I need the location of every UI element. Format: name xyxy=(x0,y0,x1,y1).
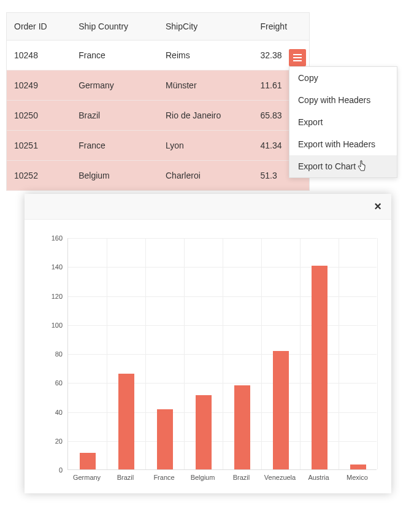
chart-modal-header: × xyxy=(25,194,391,220)
col-ship-city[interactable]: ShipCity xyxy=(158,13,253,40)
x-tick-label: Brazil xyxy=(117,474,134,481)
chart-body: 020406080100120140160 GermanyBrazilFranc… xyxy=(25,220,391,497)
gridline xyxy=(184,238,185,469)
y-tick-label: 0 xyxy=(59,466,63,474)
col-ship-country[interactable]: Ship Country xyxy=(71,13,158,40)
context-menu: CopyCopy with HeadersExportExport with H… xyxy=(289,66,397,178)
menu-item-export-with-headers[interactable]: Export with Headers xyxy=(289,133,397,155)
x-tick-label: Mexico xyxy=(347,474,368,481)
table-cell: Brazil xyxy=(71,101,158,131)
chart-area: 020406080100120140160 GermanyBrazilFranc… xyxy=(38,238,377,482)
col-freight[interactable]: Freight xyxy=(253,13,309,40)
close-icon: × xyxy=(374,199,381,213)
y-tick-label: 120 xyxy=(52,293,63,300)
gridline xyxy=(107,238,107,469)
y-tick-label: 40 xyxy=(55,409,63,416)
y-tick-label: 140 xyxy=(52,263,63,271)
chart-bar[interactable] xyxy=(80,453,96,469)
x-tick-label: Venezuela xyxy=(264,474,296,481)
table-cell: Germany xyxy=(71,71,158,101)
gridline xyxy=(261,238,262,469)
x-tick-label: Belgium xyxy=(191,474,215,481)
row-menu-button[interactable] xyxy=(289,49,306,66)
menu-item-copy[interactable]: Copy xyxy=(289,67,397,89)
orders-table: Order ID Ship Country ShipCity Freight 1… xyxy=(6,12,310,191)
x-tick-label: Austria xyxy=(308,474,329,481)
y-tick-label: 20 xyxy=(55,438,63,445)
table-cell: Charleroi xyxy=(158,161,253,191)
chart-bar[interactable] xyxy=(118,374,134,469)
table-row[interactable]: 10249GermanyMünster11.61 xyxy=(7,71,310,101)
table-cell: 10251 xyxy=(7,131,72,161)
table-cell: France xyxy=(71,131,158,161)
menu-item-export-to-chart[interactable]: Export to Chart xyxy=(289,155,397,177)
table-cell: 10250 xyxy=(7,101,72,131)
gridline xyxy=(223,238,223,469)
chart-bar[interactable] xyxy=(350,465,366,469)
table-cell: France xyxy=(71,40,158,71)
chart-x-axis: GermanyBrazilFranceBelgiumBrazilVenezuel… xyxy=(67,474,377,486)
table-cell: Rio de Janeiro xyxy=(158,101,253,131)
chart-modal: × 020406080100120140160 GermanyBrazilFra… xyxy=(25,194,391,493)
gridline xyxy=(145,238,146,469)
table-cell: 10252 xyxy=(7,161,72,191)
table-cell: Reims xyxy=(158,40,253,71)
chart-plot xyxy=(67,238,377,470)
table-row[interactable]: 10252BelgiumCharleroi51.3 xyxy=(7,161,310,191)
chart-bar[interactable] xyxy=(157,409,173,469)
col-order-id[interactable]: Order ID xyxy=(7,13,72,40)
table-row[interactable]: 10250BrazilRio de Janeiro65.83 xyxy=(7,101,310,131)
y-tick-label: 80 xyxy=(55,350,63,358)
x-tick-label: France xyxy=(153,474,174,481)
gridline xyxy=(377,238,378,469)
gridline xyxy=(339,238,339,469)
y-tick-label: 160 xyxy=(52,234,63,242)
y-tick-label: 100 xyxy=(52,322,63,329)
chart-bar[interactable] xyxy=(234,385,250,469)
gridline xyxy=(300,238,301,469)
y-tick-label: 60 xyxy=(55,379,63,387)
table-header-row: Order ID Ship Country ShipCity Freight xyxy=(7,13,310,40)
chart-bar[interactable] xyxy=(273,351,289,470)
table-row[interactable]: 10248FranceReims32.38 xyxy=(7,40,310,71)
chart-bar[interactable] xyxy=(196,395,212,469)
hamburger-icon xyxy=(293,57,302,58)
chart-y-axis: 020406080100120140160 xyxy=(38,238,67,470)
x-tick-label: Germany xyxy=(73,474,101,481)
chart-close-button[interactable]: × xyxy=(374,199,381,214)
table-cell: Lyon xyxy=(158,131,253,161)
table-cell: 10249 xyxy=(7,71,72,101)
x-tick-label: Brazil xyxy=(233,474,250,481)
table-cell: Münster xyxy=(158,71,253,101)
table-cell: 10248 xyxy=(7,40,72,71)
menu-item-export[interactable]: Export xyxy=(289,111,397,133)
table-cell: Belgium xyxy=(71,161,158,191)
chart-bar[interactable] xyxy=(312,266,327,469)
table-row[interactable]: 10251FranceLyon41.34 xyxy=(7,131,310,161)
menu-item-copy-with-headers[interactable]: Copy with Headers xyxy=(289,89,397,111)
